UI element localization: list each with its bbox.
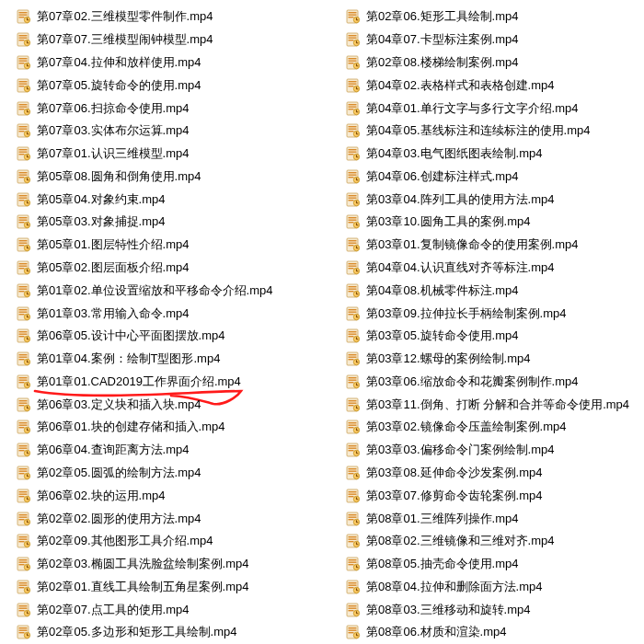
video-file-icon — [346, 260, 361, 275]
file-item[interactable]: 第08章01.三维阵列操作.mp4 — [329, 507, 644, 530]
video-file-icon — [346, 146, 361, 161]
file-item[interactable]: 第04章08.机械零件标注.mp4 — [329, 279, 644, 302]
svg-rect-225 — [349, 104, 357, 105]
file-item[interactable]: 第04章06.创建标注样式.mp4 — [329, 165, 644, 188]
file-item[interactable]: 第01章04.案例：绘制T型图形.mp4 — [0, 348, 329, 371]
video-file-icon — [346, 283, 361, 298]
svg-rect-34 — [27, 111, 29, 112]
file-name-label: 第05章08.圆角和倒角使用.mp4 — [37, 168, 201, 185]
svg-rect-8 — [19, 35, 28, 36]
svg-rect-100 — [19, 334, 28, 335]
file-item[interactable]: 第03章04.阵列工具的使用方法.mp4 — [329, 188, 644, 211]
video-file-icon — [17, 169, 31, 184]
file-item[interactable]: 第07章02.三维模型零件制作.mp4 — [0, 6, 329, 29]
video-file-icon — [17, 9, 31, 24]
file-item[interactable]: 第02章05.多边形和矩形工具绘制.mp4 — [0, 621, 329, 644]
svg-rect-80 — [19, 268, 25, 269]
file-item[interactable]: 第06章02.块的运用.mp4 — [0, 484, 329, 507]
file-item[interactable]: 第02章06.矩形工具绘制.mp4 — [329, 6, 644, 29]
file-item[interactable]: 第05章04.对象约束.mp4 — [0, 188, 329, 211]
svg-rect-90 — [27, 293, 29, 294]
file-item[interactable]: 第04章03.电气图纸图表绘制.mp4 — [329, 143, 644, 166]
file-item[interactable]: 第02章07.点工具的使用.mp4 — [0, 598, 329, 621]
svg-rect-22 — [19, 81, 28, 82]
file-item[interactable]: 第06章04.查询距离方法.mp4 — [0, 439, 329, 462]
file-item[interactable]: 第03章02.镜像命令压盖绘制案例.mp4 — [329, 416, 644, 439]
svg-rect-99 — [19, 331, 28, 332]
file-item[interactable]: 第01章03.常用输入命令.mp4 — [0, 302, 329, 325]
file-item[interactable]: 第07章04.拉伸和放样使用.mp4 — [0, 52, 329, 75]
file-item[interactable]: 第01章02.单位设置缩放和平移命令介绍.mp4 — [0, 279, 329, 302]
file-item[interactable]: 第04章04.认识直线对齐等标注.mp4 — [329, 257, 644, 280]
file-item[interactable]: 第02章09.其他图形工具介绍.mp4 — [0, 530, 329, 553]
file-item[interactable]: 第02章01.直线工具绘制五角星案例.mp4 — [0, 576, 329, 599]
svg-rect-156 — [19, 516, 28, 517]
file-item[interactable]: 第05章02.图层面板介绍.mp4 — [0, 257, 329, 280]
file-name-label: 第04章05.基线标注和连续标注的使用.mp4 — [366, 122, 590, 139]
svg-rect-289 — [349, 311, 357, 312]
file-item[interactable]: 第03章03.偏移命令门案例绘制.mp4 — [329, 439, 644, 462]
svg-rect-370 — [356, 567, 358, 568]
file-item[interactable]: 第06章01.块的创建存储和插入.mp4 — [0, 416, 329, 439]
video-file-icon — [346, 123, 361, 138]
file-item[interactable]: 第08章04.拉伸和删除面方法.mp4 — [329, 576, 644, 599]
file-name-label: 第08章03.三维移动和旋转.mp4 — [366, 602, 530, 618]
file-item[interactable]: 第03章08.延伸命令沙发案例.mp4 — [329, 462, 644, 485]
file-list-pane: 第07章02.三维模型零件制作.mp4 第07章07.三维模型闹钟模型.mp4 … — [0, 0, 644, 644]
file-item[interactable]: 第08章06.材质和渲染.mp4 — [329, 621, 644, 644]
svg-rect-106 — [19, 354, 28, 355]
svg-rect-27 — [27, 88, 29, 89]
svg-rect-37 — [19, 129, 28, 130]
file-item[interactable]: 第06章03.定义块和插入块.mp4 — [0, 393, 329, 416]
file-name-label: 第03章09.拉伸拉长手柄绘制案例.mp4 — [366, 305, 566, 322]
file-item[interactable]: 第05章08.圆角和倒角使用.mp4 — [0, 165, 329, 188]
file-item[interactable]: 第03章05.旋转命令使用.mp4 — [329, 325, 644, 348]
svg-rect-309 — [349, 377, 357, 378]
svg-rect-286 — [356, 293, 358, 294]
file-item[interactable]: 第04章05.基线标注和连续标注的使用.mp4 — [329, 120, 644, 143]
file-item[interactable]: 第08章02.三维镜像和三维对齐.mp4 — [329, 530, 644, 553]
file-item[interactable]: 第07章06.扫掠命令使用.mp4 — [0, 97, 329, 120]
file-item[interactable]: 第03章06.缩放命令和花瓣案例制作.mp4 — [329, 371, 644, 394]
file-item[interactable]: 第07章01.认识三维模型.mp4 — [0, 143, 329, 166]
file-item[interactable]: 第03章01.复制镜像命令的使用案例.mp4 — [329, 234, 644, 257]
file-item[interactable]: 第02章02.圆形的使用方法.mp4 — [0, 507, 329, 530]
svg-rect-129 — [19, 427, 25, 428]
file-item[interactable]: 第04章02.表格样式和表格创建.mp4 — [329, 74, 644, 97]
svg-rect-92 — [19, 309, 28, 310]
svg-rect-17 — [19, 63, 25, 63]
file-item[interactable]: 第08章05.抽壳命令使用.mp4 — [329, 553, 644, 576]
file-item[interactable]: 第07章03.实体布尔运算.mp4 — [0, 120, 329, 143]
file-item[interactable]: 第02章08.楼梯绘制案例.mp4 — [329, 52, 644, 75]
video-file-icon — [346, 9, 361, 24]
svg-rect-283 — [349, 291, 354, 292]
file-item[interactable]: 第07章07.三维模型闹钟模型.mp4 — [0, 29, 329, 52]
svg-rect-384 — [356, 613, 358, 614]
file-item[interactable]: 第03章09.拉伸拉长手柄绘制案例.mp4 — [329, 302, 644, 325]
file-item[interactable]: 第03章11.倒角、打断 分解和合并等命令使用.mp4 — [329, 393, 644, 416]
file-item[interactable]: 第04章01.单行文字与多行文字介绍.mp4 — [329, 97, 644, 120]
file-name-label: 第04章08.机械零件标注.mp4 — [366, 282, 518, 299]
svg-rect-230 — [356, 111, 358, 112]
file-item[interactable]: 第07章05.旋转命令的使用.mp4 — [0, 74, 329, 97]
video-file-icon — [346, 374, 361, 389]
file-name-label: 第04章07.卡型标注案例.mp4 — [366, 31, 518, 48]
file-item[interactable]: 第03章10.圆角工具的案例.mp4 — [329, 211, 644, 234]
file-name-label: 第02章08.楼梯绘制案例.mp4 — [366, 54, 518, 71]
file-item[interactable]: 第05章01.图层特性介绍.mp4 — [0, 234, 329, 257]
file-item[interactable]: 第02章03.椭圆工具洗脸盆绘制案例.mp4 — [0, 553, 329, 576]
svg-rect-223 — [356, 88, 358, 89]
file-item[interactable]: 第04章07.卡型标注案例.mp4 — [329, 29, 644, 52]
svg-rect-157 — [19, 519, 25, 520]
file-item[interactable]: 第02章05.圆弧的绘制方法.mp4 — [0, 462, 329, 485]
file-name-label: 第07章06.扫掠命令使用.mp4 — [37, 100, 189, 117]
file-name-label: 第02章02.圆形的使用方法.mp4 — [37, 511, 201, 527]
file-item[interactable]: 第01章01.CAD2019工作界面介绍.mp4 — [0, 371, 329, 394]
file-item[interactable]: 第05章03.对象捕捉.mp4 — [0, 211, 329, 234]
file-item[interactable]: 第03章07.修剪命令齿轮案例.mp4 — [329, 484, 644, 507]
video-file-icon — [17, 55, 31, 70]
file-item[interactable]: 第03章12.螺母的案例绘制.mp4 — [329, 348, 644, 371]
file-item[interactable]: 第06章05.设计中心平面图摆放.mp4 — [0, 325, 329, 348]
video-file-icon — [17, 260, 31, 275]
file-item[interactable]: 第08章03.三维移动和旋转.mp4 — [329, 598, 644, 621]
